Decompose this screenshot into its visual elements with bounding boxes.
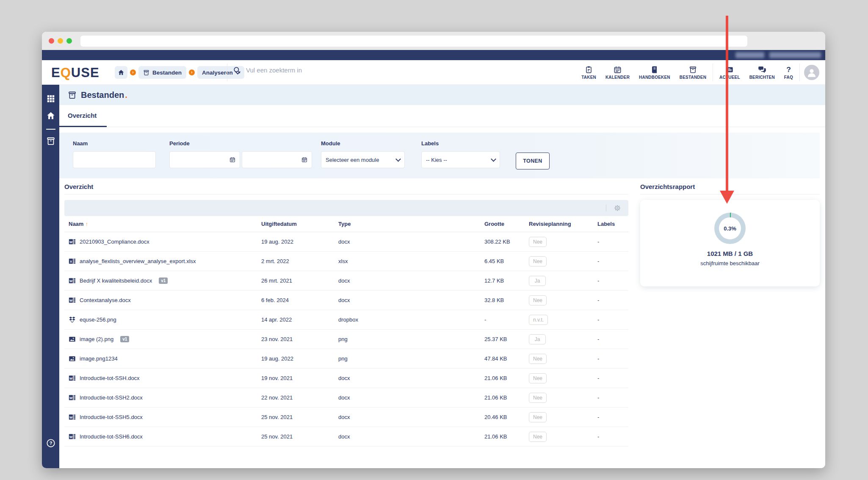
filter-naam-input[interactable] [77,156,151,164]
breadcrumb-home-button[interactable] [115,66,127,79]
sidebar-home-icon[interactable] [46,111,55,120]
nav-label: BESTANDEN [680,75,706,80]
file-type: docx [338,375,484,381]
file-name-link[interactable]: Introductie-tot-SSH5.docx [80,414,143,420]
file-name-link[interactable]: Contextanalyse.docx [80,297,131,303]
nav-label: TAKEN [581,75,596,80]
word-file-icon [69,277,76,284]
equse-logo[interactable]: EQUSE [51,65,100,80]
filter-naam-label: Naam [73,140,156,147]
page-title-bar: Bestanden . [59,85,825,105]
table-row[interactable]: image (2).pngv1 23 nov. 2021 png 25.37 K… [64,330,628,349]
file-type: xlsx [338,258,484,264]
file-date: 19 nov. 2021 [261,375,338,381]
file-name-link[interactable]: equse-256.png [80,316,116,323]
date-to-input[interactable] [246,156,301,164]
nav-item-bestanden[interactable]: BESTANDEN [675,60,711,85]
file-name-link[interactable]: 20210903_Compliance.docx [80,239,149,245]
search-input[interactable] [245,66,467,74]
date-from-input[interactable] [174,156,229,164]
file-size: 47.84 KB [484,355,529,362]
table-row[interactable]: Introductie-tot-SSH5.docx 25 nov. 2021 d… [64,408,628,427]
file-labels: - [597,433,628,440]
file-name-link[interactable]: image.png1234 [80,355,118,362]
file-name-link[interactable]: analyse_flexlists_overview_analyse_expor… [80,258,196,264]
archive-box-icon [68,91,77,100]
table-row[interactable]: image.png1234 19 aug. 2022 png 47.84 KB … [64,349,628,369]
active-tab-indicator [59,126,107,127]
file-labels: - [597,316,628,323]
disk-usage-value: 1021 MB / 1 GB [640,250,820,257]
revision-badge: Nee [529,354,547,364]
filter-panel: Naam Periode Module Selecteer een mo [59,133,820,178]
page-title-dot: . [125,90,127,100]
chat-bubbles-icon [758,65,766,74]
close-window-button[interactable] [49,38,54,44]
tab-overzicht[interactable]: Overzicht [68,112,97,119]
column-header-type[interactable]: Type [338,221,484,227]
column-header-naam[interactable]: Naam↑ [69,221,261,227]
minimize-window-button[interactable] [58,38,63,44]
table-row[interactable]: Bedrijf X kwaliteitsbeleid.docxv1 26 mrt… [64,271,628,291]
word-file-icon [69,394,76,401]
breadcrumb-bestanden-label: Bestanden [152,69,182,76]
logo-part: USE [71,65,100,80]
filter-labels-select[interactable]: -- Kies -- [421,151,500,168]
home-icon [118,69,124,76]
maximize-window-button[interactable] [66,38,72,44]
table-row[interactable]: 20210903_Compliance.docx 19 aug. 2022 do… [64,232,628,252]
table-row[interactable]: Introductie-tot-SSH6.docx 25 nov. 2021 d… [64,427,628,447]
section-divider [64,194,628,194]
table-row[interactable]: analyse_flexlists_overview_analyse_expor… [64,252,628,271]
file-type: docx [338,433,484,440]
url-bar[interactable] [80,36,747,47]
dropbox-icon [69,316,76,323]
page-title: Bestanden [81,90,124,100]
nav-item-berichten[interactable]: BERICHTEN [745,60,780,85]
table-row[interactable]: Introductie-tot-SSH2.docx 22 nov. 2021 d… [64,388,628,408]
breadcrumb-analyseren-label: Analyseren [202,69,233,76]
word-file-icon [69,413,76,421]
filter-date-to[interactable] [242,151,312,168]
file-name-link[interactable]: Introductie-tot-SSH.docx [80,375,140,381]
file-size: 20.46 KB [484,414,529,420]
column-header-grootte[interactable]: Grootte [484,221,529,227]
filter-date-from[interactable] [169,151,240,168]
column-header-uitgiftedatum[interactable]: Uitgiftedatum [261,221,338,227]
sidebar-apps-grid-icon[interactable] [46,94,55,103]
image-file-icon [69,355,76,362]
browser-chrome [42,32,825,50]
filter-module-select[interactable]: Selecteer een module [321,151,405,168]
file-name-link[interactable]: Bedrijf X kwaliteitsbeleid.docx [80,277,152,284]
nav-item-taken[interactable]: TAKEN [577,60,601,85]
breadcrumb-bestanden[interactable]: Bestanden [138,66,186,79]
left-sidebar [42,85,59,468]
nav-divider [799,64,800,81]
tonen-button[interactable]: TONEN [516,153,550,169]
table-row[interactable]: Introductie-tot-SSH.docx 19 nov. 2021 do… [64,369,628,388]
nav-item-handboeken[interactable]: HANDBOEKEN [634,60,675,85]
nav-item-faq[interactable]: FAQ [780,60,798,85]
table-toolbar [64,200,628,216]
chevron-down-icon [395,156,401,162]
column-header-labels[interactable]: Labels [597,221,628,227]
user-avatar[interactable] [804,65,819,80]
revision-badge: Nee [529,237,547,247]
nav-label: ACTUEEL [719,75,740,80]
filter-module-label: Module [321,140,405,147]
disk-usage-card: 0.3% 1021 MB / 1 GB schijfruimte beschik… [640,200,820,286]
file-name-link[interactable]: image (2).png [80,336,113,342]
nav-label: FAQ [784,75,793,80]
sidebar-help-icon[interactable] [46,438,55,448]
nav-item-actueel[interactable]: ACTUEEL [715,60,745,85]
book-icon [650,66,658,74]
file-name-link[interactable]: Introductie-tot-SSH6.docx [80,433,143,440]
table-row[interactable]: Contextanalyse.docx 6 feb. 2024 docx 32.… [64,291,628,310]
nav-item-kalender[interactable]: KALENDER [601,60,634,85]
table-settings-gear-icon[interactable] [613,204,622,212]
column-header-revisieplanning[interactable]: Revisieplanning [529,221,597,227]
file-name-link[interactable]: Introductie-tot-SSH2.docx [80,394,143,401]
redacted-user-name [735,52,764,58]
sidebar-bestanden-icon[interactable] [46,136,55,146]
table-row[interactable]: equse-256.png 14 apr. 2022 dropbox - n.v… [64,310,628,330]
